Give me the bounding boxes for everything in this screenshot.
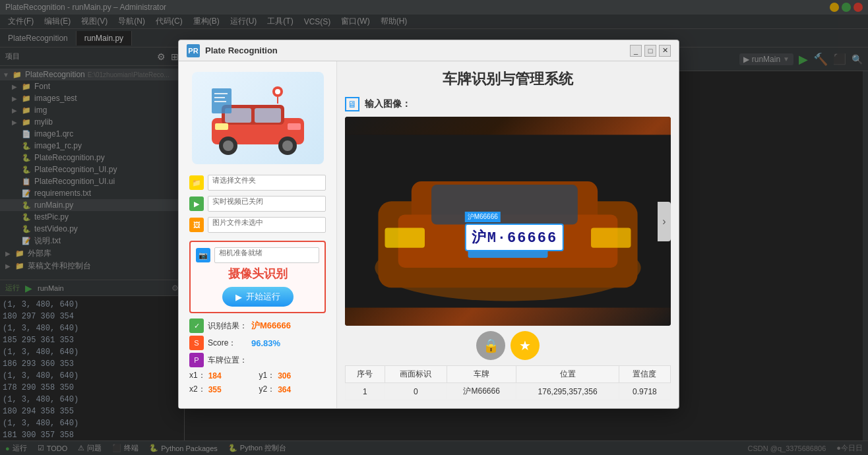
plate-recognition-modal[interactable]: PR Plate Recognition _ □ ✕	[178, 40, 679, 409]
pos-label: 车牌位置：	[208, 355, 247, 366]
python-console-btn[interactable]: 🐍 Python 控制台	[228, 443, 286, 453]
tree-item-ui[interactable]: 📋 PlateRecognition_UI.ui	[0, 175, 184, 187]
lock-button[interactable]: 🔒	[476, 331, 505, 360]
svg-rect-14	[214, 93, 228, 94]
modal-controls: _ □ ✕	[630, 45, 671, 57]
py-icon-1: 🐍	[21, 140, 32, 151]
result-label: 识别结果：	[208, 320, 247, 332]
folder-input[interactable]: 请选择文件夹	[208, 175, 326, 191]
maximize-button[interactable]	[842, 3, 851, 12]
tab-runmain[interactable]: runMain.py	[77, 31, 132, 46]
todo-btn[interactable]: ☑ TODO	[38, 444, 68, 452]
tree-item-runmain[interactable]: 🐍 runMain.py	[0, 199, 184, 211]
modal-maximize-btn[interactable]: □	[644, 45, 656, 57]
run-bottom-btn[interactable]: ● 运行	[5, 443, 27, 453]
image-input[interactable]: 图片文件未选中	[208, 217, 326, 233]
menu-nav[interactable]: 导航(N)	[113, 16, 150, 27]
video-input[interactable]: 实时视频已关闭	[208, 196, 326, 212]
menu-edit[interactable]: 编辑(E)	[39, 16, 76, 27]
title-bar-text: PlateRecognition - runMain.py – Administ…	[5, 3, 830, 12]
stop-icon[interactable]: ⬛	[833, 53, 846, 65]
tab-platerecon[interactable]: PlateRecognition	[0, 31, 77, 46]
run-config-icon: ▶	[743, 55, 749, 64]
tree-item-req[interactable]: 📝 requirements.txt	[0, 187, 184, 199]
menu-window[interactable]: 窗口(W)	[336, 16, 375, 27]
menu-run[interactable]: 运行(U)	[225, 16, 263, 27]
run-item[interactable]: runMain	[38, 284, 64, 292]
modal-minimize-btn[interactable]: _	[630, 45, 642, 57]
action-icons: 🔒 ★	[345, 331, 671, 360]
issues-btn[interactable]: ⚠ 问题	[78, 443, 102, 453]
score-label: Score：	[208, 338, 247, 349]
monitor-icon: 🖥	[345, 97, 359, 111]
close-button[interactable]	[853, 3, 863, 12]
modal-title-bar: PR Plate Recognition _ □ ✕	[179, 40, 679, 61]
svg-rect-9	[288, 123, 301, 130]
tree-item-extlib[interactable]: ▶ 📁 外部库	[0, 247, 184, 260]
table-cell: 0	[385, 383, 447, 400]
sidebar: 项目 ⚙ ⊞ ▼ 📁 PlateRecognition E:\01zhuomia…	[0, 47, 185, 440]
tree-arrow-font: ▶	[12, 83, 21, 90]
modal-title-icon: PR	[187, 44, 200, 57]
menu-file[interactable]: 文件(F)	[3, 16, 39, 27]
folder-icon-img: 📁	[21, 105, 32, 115]
tree-item-font[interactable]: ▶ 📁 Font	[0, 80, 184, 92]
results-table: 序号 画面标识 车牌 位置 置信度 10沪M66666176,295,357,3…	[345, 365, 671, 400]
col-frame: 画面标识	[385, 366, 447, 383]
plate-tag-label: 沪M66666	[465, 212, 501, 222]
menu-help[interactable]: 帮助(H)	[375, 16, 413, 27]
tree-item-img[interactable]: ▶ 📁 img	[0, 104, 184, 116]
minimize-button[interactable]	[830, 3, 839, 12]
bottom-bar: ● 运行 ☑ TODO ⚠ 问题 ⬛ 终端 🐍 Python Packages …	[0, 440, 868, 455]
tree-arrow-root: ▼	[3, 71, 12, 78]
table-cell: 1	[346, 383, 385, 400]
result-check-icon: ✓	[189, 318, 204, 333]
svg-point-11	[275, 89, 280, 94]
result-pos-icon: P	[189, 353, 204, 367]
ui-icon: 📋	[21, 176, 32, 187]
tree-arrow-images: ▶	[12, 95, 21, 102]
terminal-btn[interactable]: ⬛ 终端	[112, 443, 139, 453]
tree-item-testvideo[interactable]: 🐍 testVideo.py	[0, 223, 184, 235]
menu-code[interactable]: 代码(C)	[150, 16, 188, 27]
right-scrollbar[interactable]	[863, 71, 868, 440]
folder-icon-root: 📁	[12, 69, 22, 80]
tree-item-image1rc[interactable]: 🐍 image1_rc.py	[0, 140, 184, 152]
menu-vcs[interactable]: VCS(S)	[299, 17, 336, 26]
sidebar-settings-icon[interactable]: ⚙	[157, 51, 166, 62]
play-button[interactable]: ▶	[799, 52, 808, 67]
menu-view[interactable]: 视图(V)	[76, 16, 113, 27]
python-packages-btn[interactable]: 🐍 Python Packages	[149, 444, 218, 452]
camera-input[interactable]: 相机准备就绪	[214, 247, 319, 263]
plate-text: 沪M·66666	[472, 230, 557, 247]
tree-item-images[interactable]: ▶ 📁 images_test	[0, 92, 184, 104]
table-body: 10沪M66666176,295,357,3560.9718	[346, 383, 671, 400]
py-icon-2: 🐍	[21, 152, 32, 163]
search-icon[interactable]: 🔍	[852, 54, 863, 65]
star-button[interactable]: ★	[511, 331, 540, 360]
tree-item-root[interactable]: ▼ 📁 PlateRecognition E:\01zhuomian\Plate…	[0, 69, 184, 80]
tree-item-platepy[interactable]: 🐍 PlateRecognition.py	[0, 152, 184, 164]
modal-right-panel: 车牌识别与管理系统 🖥 输入图像：	[337, 61, 679, 408]
start-run-button[interactable]: ▶ 开始运行	[222, 287, 294, 307]
menu-refactor[interactable]: 重构(B)	[188, 16, 225, 27]
modal-close-btn[interactable]: ✕	[659, 45, 671, 57]
tree-item-console[interactable]: ▶ 📁 菜稿文件和控制台	[0, 260, 184, 272]
build-icon[interactable]: 🔨	[813, 52, 828, 67]
chevron-right-btn[interactable]: ›	[658, 202, 671, 241]
title-bar: PlateRecognition - runMain.py – Administ…	[0, 0, 868, 15]
svg-rect-23	[385, 228, 424, 248]
tree-item-mylib[interactable]: ▶ 📁 mylib	[0, 116, 184, 128]
tree-item-readme[interactable]: 📝 说明.txt	[0, 235, 184, 247]
tree-item-uipy[interactable]: 🐍 PlateRecognition_UI.py	[0, 164, 184, 175]
plate-overlay: 沪M66666 沪M·66666	[465, 212, 564, 251]
result-row-plate: ✓ 识别结果： 沪M66666	[189, 318, 326, 333]
table-cell: 沪M66666	[447, 383, 516, 400]
run-play-icon[interactable]: ▶	[25, 283, 32, 293]
tree-item-testpic[interactable]: 🐍 testPic.py	[0, 211, 184, 223]
sidebar-toolbar: 项目 ⚙ ⊞	[0, 47, 184, 66]
run-config-btn[interactable]: ▶ runMain ▼	[739, 53, 793, 65]
menu-tools[interactable]: 工具(T)	[262, 16, 298, 27]
col-pos: 位置	[516, 366, 619, 383]
tree-item-qrc[interactable]: 📄 image1.qrc	[0, 128, 184, 140]
